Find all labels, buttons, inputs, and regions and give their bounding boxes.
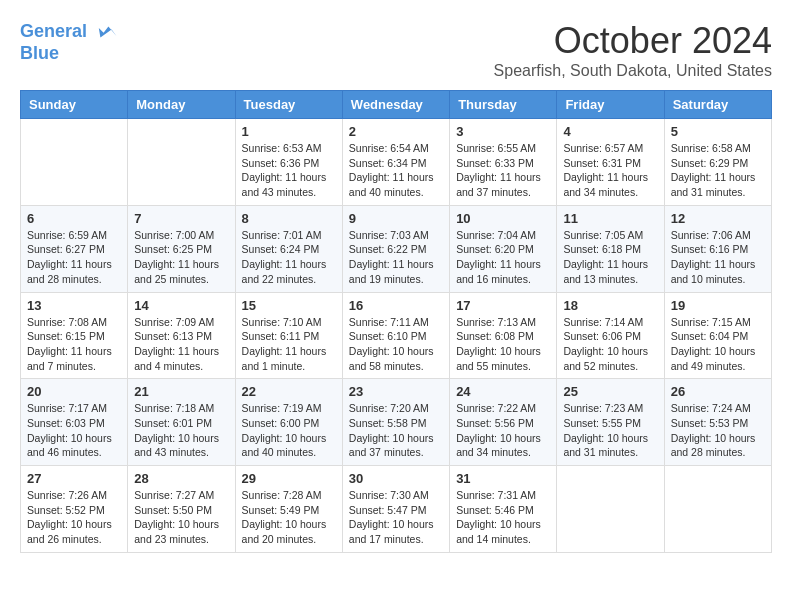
day-number: 19 bbox=[671, 298, 765, 313]
day-number: 7 bbox=[134, 211, 228, 226]
day-number: 3 bbox=[456, 124, 550, 139]
day-number: 8 bbox=[242, 211, 336, 226]
day-info: Sunrise: 7:19 AMSunset: 6:00 PMDaylight:… bbox=[242, 401, 336, 460]
calendar-day-cell: 15Sunrise: 7:10 AMSunset: 6:11 PMDayligh… bbox=[235, 292, 342, 379]
day-info: Sunrise: 7:03 AMSunset: 6:22 PMDaylight:… bbox=[349, 228, 443, 287]
day-info: Sunrise: 7:18 AMSunset: 6:01 PMDaylight:… bbox=[134, 401, 228, 460]
day-number: 24 bbox=[456, 384, 550, 399]
calendar-week-row: 27Sunrise: 7:26 AMSunset: 5:52 PMDayligh… bbox=[21, 466, 772, 553]
day-info: Sunrise: 7:30 AMSunset: 5:47 PMDaylight:… bbox=[349, 488, 443, 547]
calendar-day-cell: 19Sunrise: 7:15 AMSunset: 6:04 PMDayligh… bbox=[664, 292, 771, 379]
day-info: Sunrise: 7:31 AMSunset: 5:46 PMDaylight:… bbox=[456, 488, 550, 547]
calendar-day-cell: 24Sunrise: 7:22 AMSunset: 5:56 PMDayligh… bbox=[450, 379, 557, 466]
day-info: Sunrise: 7:01 AMSunset: 6:24 PMDaylight:… bbox=[242, 228, 336, 287]
calendar-day-cell: 29Sunrise: 7:28 AMSunset: 5:49 PMDayligh… bbox=[235, 466, 342, 553]
calendar-week-row: 13Sunrise: 7:08 AMSunset: 6:15 PMDayligh… bbox=[21, 292, 772, 379]
day-info: Sunrise: 7:15 AMSunset: 6:04 PMDaylight:… bbox=[671, 315, 765, 374]
day-info: Sunrise: 7:22 AMSunset: 5:56 PMDaylight:… bbox=[456, 401, 550, 460]
day-number: 25 bbox=[563, 384, 657, 399]
day-number: 20 bbox=[27, 384, 121, 399]
day-info: Sunrise: 7:08 AMSunset: 6:15 PMDaylight:… bbox=[27, 315, 121, 374]
day-info: Sunrise: 6:58 AMSunset: 6:29 PMDaylight:… bbox=[671, 141, 765, 200]
day-number: 4 bbox=[563, 124, 657, 139]
day-number: 17 bbox=[456, 298, 550, 313]
day-number: 29 bbox=[242, 471, 336, 486]
day-number: 9 bbox=[349, 211, 443, 226]
weekday-header-cell: Sunday bbox=[21, 91, 128, 119]
day-number: 30 bbox=[349, 471, 443, 486]
calendar-day-cell: 12Sunrise: 7:06 AMSunset: 6:16 PMDayligh… bbox=[664, 205, 771, 292]
calendar-table: SundayMondayTuesdayWednesdayThursdayFrid… bbox=[20, 90, 772, 553]
day-number: 31 bbox=[456, 471, 550, 486]
day-info: Sunrise: 6:57 AMSunset: 6:31 PMDaylight:… bbox=[563, 141, 657, 200]
calendar-day-cell: 10Sunrise: 7:04 AMSunset: 6:20 PMDayligh… bbox=[450, 205, 557, 292]
calendar-day-cell: 26Sunrise: 7:24 AMSunset: 5:53 PMDayligh… bbox=[664, 379, 771, 466]
calendar-day-cell: 22Sunrise: 7:19 AMSunset: 6:00 PMDayligh… bbox=[235, 379, 342, 466]
calendar-day-cell: 20Sunrise: 7:17 AMSunset: 6:03 PMDayligh… bbox=[21, 379, 128, 466]
weekday-header-cell: Thursday bbox=[450, 91, 557, 119]
calendar-week-row: 20Sunrise: 7:17 AMSunset: 6:03 PMDayligh… bbox=[21, 379, 772, 466]
calendar-day-cell: 30Sunrise: 7:30 AMSunset: 5:47 PMDayligh… bbox=[342, 466, 449, 553]
day-number: 15 bbox=[242, 298, 336, 313]
calendar-day-cell: 3Sunrise: 6:55 AMSunset: 6:33 PMDaylight… bbox=[450, 119, 557, 206]
day-info: Sunrise: 6:59 AMSunset: 6:27 PMDaylight:… bbox=[27, 228, 121, 287]
title-area: October 2024 Spearfish, South Dakota, Un… bbox=[494, 20, 772, 80]
calendar-day-cell: 17Sunrise: 7:13 AMSunset: 6:08 PMDayligh… bbox=[450, 292, 557, 379]
day-number: 28 bbox=[134, 471, 228, 486]
day-info: Sunrise: 7:24 AMSunset: 5:53 PMDaylight:… bbox=[671, 401, 765, 460]
day-number: 22 bbox=[242, 384, 336, 399]
day-info: Sunrise: 7:04 AMSunset: 6:20 PMDaylight:… bbox=[456, 228, 550, 287]
day-info: Sunrise: 7:26 AMSunset: 5:52 PMDaylight:… bbox=[27, 488, 121, 547]
calendar-day-cell bbox=[557, 466, 664, 553]
day-info: Sunrise: 7:28 AMSunset: 5:49 PMDaylight:… bbox=[242, 488, 336, 547]
weekday-header-row: SundayMondayTuesdayWednesdayThursdayFrid… bbox=[21, 91, 772, 119]
weekday-header-cell: Saturday bbox=[664, 91, 771, 119]
day-number: 12 bbox=[671, 211, 765, 226]
location-title: Spearfish, South Dakota, United States bbox=[494, 62, 772, 80]
calendar-day-cell: 9Sunrise: 7:03 AMSunset: 6:22 PMDaylight… bbox=[342, 205, 449, 292]
calendar-week-row: 1Sunrise: 6:53 AMSunset: 6:36 PMDaylight… bbox=[21, 119, 772, 206]
calendar-day-cell: 27Sunrise: 7:26 AMSunset: 5:52 PMDayligh… bbox=[21, 466, 128, 553]
month-title: October 2024 bbox=[494, 20, 772, 62]
calendar-day-cell: 16Sunrise: 7:11 AMSunset: 6:10 PMDayligh… bbox=[342, 292, 449, 379]
calendar-day-cell: 8Sunrise: 7:01 AMSunset: 6:24 PMDaylight… bbox=[235, 205, 342, 292]
day-info: Sunrise: 7:06 AMSunset: 6:16 PMDaylight:… bbox=[671, 228, 765, 287]
day-info: Sunrise: 7:23 AMSunset: 5:55 PMDaylight:… bbox=[563, 401, 657, 460]
calendar-day-cell: 14Sunrise: 7:09 AMSunset: 6:13 PMDayligh… bbox=[128, 292, 235, 379]
day-info: Sunrise: 7:20 AMSunset: 5:58 PMDaylight:… bbox=[349, 401, 443, 460]
day-number: 21 bbox=[134, 384, 228, 399]
day-info: Sunrise: 6:53 AMSunset: 6:36 PMDaylight:… bbox=[242, 141, 336, 200]
calendar-day-cell: 25Sunrise: 7:23 AMSunset: 5:55 PMDayligh… bbox=[557, 379, 664, 466]
calendar-day-cell bbox=[128, 119, 235, 206]
logo-blue-text: Blue bbox=[20, 44, 118, 64]
day-info: Sunrise: 7:09 AMSunset: 6:13 PMDaylight:… bbox=[134, 315, 228, 374]
calendar-day-cell: 28Sunrise: 7:27 AMSunset: 5:50 PMDayligh… bbox=[128, 466, 235, 553]
day-number: 10 bbox=[456, 211, 550, 226]
day-info: Sunrise: 7:14 AMSunset: 6:06 PMDaylight:… bbox=[563, 315, 657, 374]
calendar-day-cell: 1Sunrise: 6:53 AMSunset: 6:36 PMDaylight… bbox=[235, 119, 342, 206]
day-info: Sunrise: 6:54 AMSunset: 6:34 PMDaylight:… bbox=[349, 141, 443, 200]
calendar-day-cell: 11Sunrise: 7:05 AMSunset: 6:18 PMDayligh… bbox=[557, 205, 664, 292]
day-info: Sunrise: 7:00 AMSunset: 6:25 PMDaylight:… bbox=[134, 228, 228, 287]
day-number: 18 bbox=[563, 298, 657, 313]
calendar-week-row: 6Sunrise: 6:59 AMSunset: 6:27 PMDaylight… bbox=[21, 205, 772, 292]
day-info: Sunrise: 7:05 AMSunset: 6:18 PMDaylight:… bbox=[563, 228, 657, 287]
day-number: 13 bbox=[27, 298, 121, 313]
logo-text: General bbox=[20, 20, 118, 44]
calendar-day-cell: 31Sunrise: 7:31 AMSunset: 5:46 PMDayligh… bbox=[450, 466, 557, 553]
logo: General Blue bbox=[20, 20, 118, 64]
calendar-day-cell: 18Sunrise: 7:14 AMSunset: 6:06 PMDayligh… bbox=[557, 292, 664, 379]
weekday-header-cell: Friday bbox=[557, 91, 664, 119]
day-info: Sunrise: 6:55 AMSunset: 6:33 PMDaylight:… bbox=[456, 141, 550, 200]
calendar-day-cell bbox=[664, 466, 771, 553]
calendar-day-cell: 2Sunrise: 6:54 AMSunset: 6:34 PMDaylight… bbox=[342, 119, 449, 206]
day-number: 26 bbox=[671, 384, 765, 399]
calendar-day-cell: 7Sunrise: 7:00 AMSunset: 6:25 PMDaylight… bbox=[128, 205, 235, 292]
calendar-day-cell bbox=[21, 119, 128, 206]
day-number: 23 bbox=[349, 384, 443, 399]
weekday-header-cell: Monday bbox=[128, 91, 235, 119]
svg-marker-0 bbox=[99, 26, 117, 37]
calendar-day-cell: 5Sunrise: 6:58 AMSunset: 6:29 PMDaylight… bbox=[664, 119, 771, 206]
logo-icon bbox=[94, 20, 118, 44]
calendar-body: 1Sunrise: 6:53 AMSunset: 6:36 PMDaylight… bbox=[21, 119, 772, 553]
